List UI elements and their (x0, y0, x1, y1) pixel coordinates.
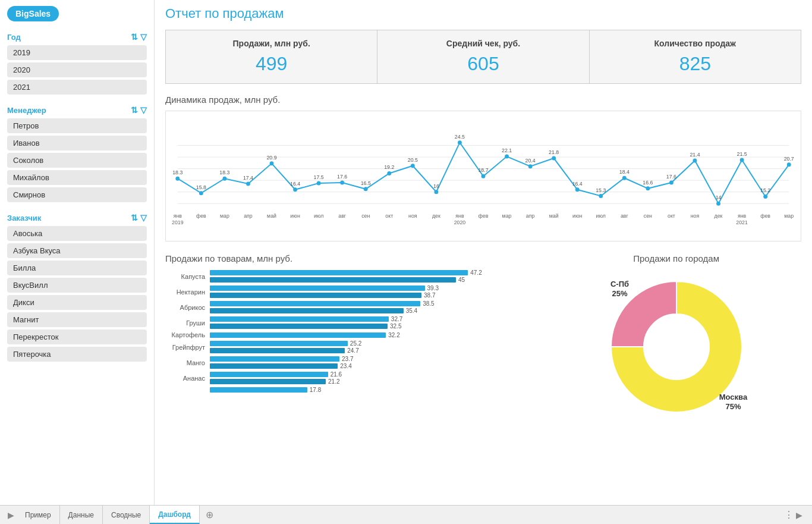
svg-point-54 (740, 158, 744, 162)
svg-text:окт: окт (385, 213, 393, 219)
svg-text:янв: янв (174, 213, 182, 219)
line-chart-section: Динамика продаж, млн руб. 18.315.818.317… (165, 95, 801, 241)
bar-label: Грейпфрут (165, 344, 210, 351)
manager-filter-title: Менеджер ⇅ ▽ (7, 105, 147, 115)
svg-point-22 (364, 187, 368, 191)
year-sort-icon[interactable]: ⇅ (131, 32, 138, 42)
svg-text:15.8: 15.8 (196, 184, 206, 190)
manager-item-sokolov[interactable]: Соколов (7, 153, 147, 168)
svg-text:20.5: 20.5 (408, 157, 418, 163)
customer-filter: Заказчик ⇅ ▽ Авоська Азбука Вкуса Билла … (7, 213, 147, 362)
manager-item-mikhailov[interactable]: Михайлов (7, 170, 147, 185)
svg-text:мар: мар (502, 213, 512, 219)
pie-chart-section: Продажи по городам Москва75%С-Пб25% (551, 253, 801, 426)
svg-text:21.8: 21.8 (549, 149, 559, 155)
svg-text:18.7: 18.7 (478, 167, 488, 173)
kpi-row: Продажи, млн руб. 499 Средний чек, руб. … (165, 30, 801, 84)
tab-more-icon[interactable]: ⋮ (784, 509, 794, 520)
svg-text:19.2: 19.2 (384, 164, 394, 170)
svg-text:фев: фев (479, 213, 489, 219)
svg-text:мар: мар (784, 213, 794, 219)
tab-primer[interactable]: Пример (17, 506, 60, 524)
svg-point-10 (222, 177, 226, 181)
svg-text:2019: 2019 (172, 219, 184, 225)
customer-item-dixi[interactable]: Дикси (7, 295, 147, 310)
svg-point-52 (716, 202, 720, 206)
svg-text:14: 14 (716, 194, 722, 200)
customer-item-pyaterochka[interactable]: Пятерочка (7, 347, 147, 362)
svg-text:20.7: 20.7 (784, 156, 794, 162)
svg-text:2021: 2021 (736, 219, 748, 225)
year-item-2019[interactable]: 2019 (7, 45, 147, 60)
svg-text:авг: авг (338, 213, 346, 219)
customer-item-azbuka[interactable]: Азбука Вкуса (7, 243, 147, 258)
manager-item-ivanov[interactable]: Иванов (7, 136, 147, 150)
year-filter: Год ⇅ ▽ 2019 2020 2021 (7, 32, 147, 95)
bar-chart-section: Продажи по товарам, млн руб. Капуста47.2… (165, 253, 540, 426)
svg-text:сен: сен (644, 213, 652, 219)
bottom-row: Продажи по товарам, млн руб. Капуста47.2… (165, 253, 801, 426)
bar-label: Абрикос (165, 304, 210, 311)
svg-text:янв: янв (738, 213, 747, 219)
svg-text:16: 16 (433, 183, 439, 189)
svg-text:16.6: 16.6 (643, 180, 653, 186)
line-chart-title: Динамика продаж, млн руб. (165, 95, 801, 105)
customer-item-avoska[interactable]: Авоська (7, 226, 147, 241)
customer-item-magnit[interactable]: Магнит (7, 312, 147, 327)
tab-scroll-right[interactable]: ▶ (796, 510, 802, 520)
pie-chart-title: Продажи по городам (551, 253, 801, 263)
svg-point-46 (646, 186, 650, 190)
tab-svodnye[interactable]: Сводные (103, 506, 150, 524)
bar-row: Ананас21.621.2 (165, 371, 540, 385)
pie-chart-svg: Москва75%С-Пб25% (599, 269, 754, 424)
year-filter-icon[interactable]: ▽ (140, 32, 147, 42)
svg-text:ноя: ноя (691, 213, 700, 219)
svg-text:2020: 2020 (454, 219, 466, 225)
svg-text:22.1: 22.1 (502, 148, 512, 153)
manager-item-smirnov[interactable]: Смирнов (7, 187, 147, 202)
svg-text:ноя: ноя (408, 213, 417, 219)
manager-item-petrov[interactable]: Петров (7, 118, 147, 133)
tab-dashboard[interactable]: Дашборд (150, 506, 200, 524)
manager-sort-icon[interactable]: ⇅ (131, 105, 138, 115)
main-content: Отчет по продажам Продажи, млн руб. 499 … (155, 0, 812, 505)
year-item-2020[interactable]: 2020 (7, 62, 147, 77)
svg-point-36 (528, 164, 533, 168)
svg-text:20.4: 20.4 (525, 158, 536, 164)
svg-point-18 (317, 181, 321, 186)
tab-nav-prev[interactable]: ▶ (5, 506, 17, 524)
svg-text:апр: апр (244, 213, 253, 219)
manager-filter-icon[interactable]: ▽ (140, 105, 147, 115)
svg-point-26 (411, 164, 415, 168)
svg-text:июл: июл (314, 213, 323, 219)
customer-sort-icon[interactable]: ⇅ (131, 213, 138, 222)
svg-text:сен: сен (361, 213, 370, 219)
svg-text:янв: янв (455, 213, 464, 219)
svg-point-48 (669, 181, 673, 185)
tab-add-button[interactable]: ⊕ (200, 506, 219, 524)
svg-text:18.3: 18.3 (219, 170, 229, 175)
svg-point-44 (622, 176, 627, 180)
svg-text:17.5: 17.5 (314, 174, 324, 180)
svg-point-32 (481, 174, 486, 178)
customer-item-vkusvill[interactable]: ВкусВилл (7, 278, 147, 293)
svg-text:21.4: 21.4 (690, 152, 700, 158)
tab-data[interactable]: Данные (60, 506, 103, 524)
customer-item-billa[interactable]: Билла (7, 261, 147, 275)
customer-filter-icon[interactable]: ▽ (140, 213, 147, 222)
svg-point-12 (246, 182, 250, 186)
bar-chart: Капуста47.245Нектарин39.338.7Абрикос38.5… (165, 269, 540, 393)
page-title: Отчет по продажам (165, 6, 801, 21)
svg-point-8 (199, 191, 203, 195)
customer-item-perekrestok[interactable]: Перекресток (7, 330, 147, 344)
bar-row: Груши32.732.5 (165, 316, 540, 330)
svg-text:25%: 25% (612, 289, 627, 298)
logo[interactable]: BigSales (7, 6, 59, 21)
svg-text:июл: июл (596, 213, 606, 219)
kpi-avg-check-value: 605 (388, 53, 578, 75)
svg-text:апр: апр (526, 213, 535, 219)
year-item-2021[interactable]: 2021 (7, 80, 147, 95)
svg-text:21.5: 21.5 (737, 151, 747, 157)
kpi-count-value: 825 (600, 53, 790, 75)
manager-filter: Менеджер ⇅ ▽ Петров Иванов Соколов Михай… (7, 105, 147, 202)
